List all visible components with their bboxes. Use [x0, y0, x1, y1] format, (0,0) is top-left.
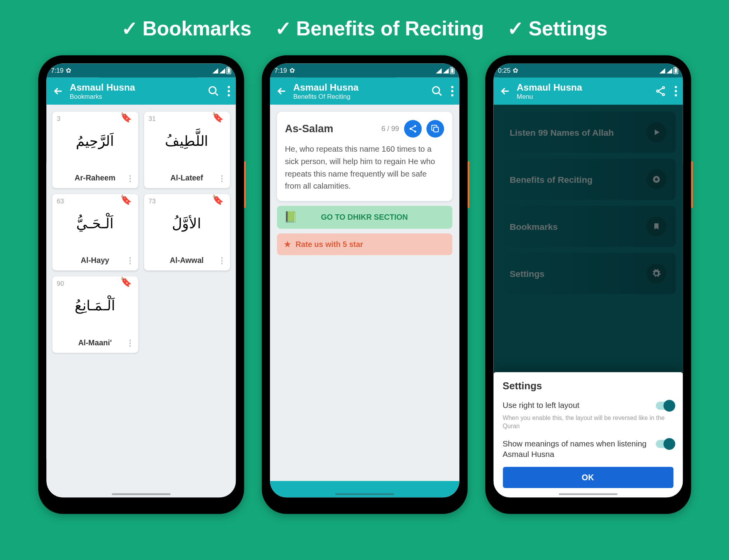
card-number: 90	[57, 280, 64, 287]
check-icon: ✓	[275, 16, 291, 40]
gear-icon: ✿	[513, 67, 518, 75]
app-title: Asmaul Husna	[70, 82, 202, 93]
svg-point-7	[451, 94, 453, 96]
svg-point-13	[662, 87, 664, 89]
card-name: Ar-Raheem	[75, 173, 116, 182]
signal-icon	[219, 68, 225, 74]
card-name: Al-Lateef	[170, 173, 203, 182]
phone-settings: 0:25✿ Asmaul HusnaMenu Listen 99 Names o…	[485, 55, 691, 514]
app-title: Asmaul Husna	[293, 82, 425, 93]
bookmark-card[interactable]: 73 🔖 الأوَّلُ Al-Awwal⋮	[144, 194, 230, 271]
back-button[interactable]	[275, 85, 287, 97]
bookmark-card[interactable]: 3 🔖 اَلرَّحِيمُ Ar-Raheem⋮	[52, 112, 138, 188]
bookmark-icon[interactable]: 🔖	[212, 194, 224, 205]
app-subtitle: Menu	[517, 93, 648, 100]
more-icon[interactable]: ⋮	[126, 177, 134, 179]
toggle-meanings[interactable]	[655, 439, 673, 448]
battery-icon	[673, 67, 678, 74]
status-time: 0:25	[498, 67, 510, 74]
bookmark-icon[interactable]: 🔖	[120, 112, 132, 123]
share-button[interactable]	[404, 120, 421, 137]
battery-icon	[450, 67, 454, 74]
svg-point-12	[656, 90, 658, 92]
feature-headline: ✓Bookmarks ✓Benefits of Reciting ✓Settin…	[0, 0, 729, 55]
svg-point-4	[432, 87, 439, 94]
share-icon[interactable]	[654, 85, 666, 97]
card-name: Al-Awwal	[170, 256, 204, 265]
card-name: Al-Hayy	[81, 256, 109, 265]
app-bar: Asmaul HusnaBenefits Of Reciting	[270, 78, 459, 105]
svg-point-6	[451, 90, 453, 92]
svg-point-15	[675, 86, 677, 88]
app-title: Asmaul Husna	[517, 82, 648, 93]
svg-point-16	[675, 90, 677, 92]
gear-icon: ✿	[66, 67, 71, 75]
bookmark-grid: 3 🔖 اَلرَّحِيمُ Ar-Raheem⋮ 31 🔖 اللَّطِي…	[46, 105, 236, 360]
search-icon[interactable]	[431, 85, 443, 97]
status-bar: 7:19✿	[270, 63, 459, 77]
copy-button[interactable]	[426, 120, 443, 137]
rate-button[interactable]: ★ Rate us with 5 star	[277, 233, 452, 255]
signal-icon	[666, 68, 672, 74]
bookmark-icon[interactable]: 🔖	[212, 112, 224, 123]
quran-icon: 📗	[284, 211, 297, 224]
benefit-name: As-Salam	[285, 122, 377, 135]
app-bar: Asmaul HusnaBookmarks	[46, 78, 236, 105]
settings-sheet: Settings Use right to left layout When y…	[493, 372, 683, 497]
status-bar: 0:25✿	[493, 63, 683, 77]
setting-rtl-hint: When you enable this, the layout will be…	[503, 413, 673, 430]
more-icon[interactable]: ⋮	[126, 341, 134, 344]
app-subtitle: Benefits Of Reciting	[293, 93, 425, 100]
wifi-icon	[436, 68, 442, 74]
back-button[interactable]	[499, 85, 511, 97]
benefit-counter: 6 / 99	[381, 125, 399, 133]
more-icon[interactable]: ⋮	[126, 259, 134, 261]
svg-point-14	[662, 94, 664, 96]
bookmark-card[interactable]: 31 🔖 اللَّطِيفُ Al-Lateef⋮	[144, 112, 230, 188]
search-icon[interactable]	[207, 85, 219, 97]
benefit-card: As-Salam 6 / 99 He, who repeats this nam…	[277, 112, 452, 201]
rate-label: Rate us with 5 star	[296, 240, 363, 248]
svg-point-2	[227, 90, 230, 92]
sheet-title: Settings	[503, 380, 673, 392]
phone-bookmarks: 7:19✿ Asmaul HusnaBookmarks 3 🔖 اَلرَّحِ…	[38, 55, 244, 514]
headline-benefits: Benefits of Reciting	[296, 17, 484, 40]
headline-settings: Settings	[529, 17, 608, 40]
overflow-icon[interactable]	[227, 86, 230, 96]
card-number: 73	[149, 198, 156, 205]
status-time: 7:19	[274, 67, 287, 74]
gear-icon: ✿	[289, 67, 295, 75]
benefit-text: He, who repeats this name 160 times to a…	[285, 144, 444, 193]
card-number: 63	[57, 198, 64, 205]
card-name: Al-Maani'	[78, 338, 112, 347]
overflow-icon[interactable]	[451, 86, 453, 96]
setting-meanings-label: Show meanings of names when listening As…	[503, 438, 650, 460]
wifi-icon	[659, 68, 665, 74]
more-icon[interactable]: ⋮	[218, 177, 226, 179]
battery-icon	[226, 67, 231, 74]
svg-point-0	[209, 87, 216, 94]
bookmark-card[interactable]: 90 🔖 اَلْـمَـانِعُ Al-Maani'⋮	[52, 276, 138, 353]
overflow-icon[interactable]	[675, 86, 677, 96]
more-icon[interactable]: ⋮	[218, 259, 226, 261]
back-button[interactable]	[52, 85, 64, 97]
wifi-icon	[212, 68, 218, 74]
bookmark-icon[interactable]: 🔖	[120, 276, 132, 288]
card-number: 31	[149, 115, 156, 122]
toggle-rtl[interactable]	[655, 402, 673, 410]
svg-point-5	[451, 86, 453, 88]
app-subtitle: Bookmarks	[70, 93, 202, 100]
svg-point-17	[675, 94, 677, 96]
status-time: 7:19	[51, 67, 63, 74]
setting-rtl-label: Use right to left layout	[503, 401, 579, 411]
headline-bookmarks: Bookmarks	[142, 17, 251, 40]
benefit-content: As-Salam 6 / 99 He, who repeats this nam…	[270, 105, 459, 497]
go-dhikr-button[interactable]: 📗 GO TO DHIKR SECTION	[277, 206, 452, 229]
svg-rect-11	[433, 127, 438, 132]
bookmark-icon[interactable]: 🔖	[120, 194, 132, 205]
bookmark-card[interactable]: 63 🔖 اَلْـحَـيُّ Al-Hayy⋮	[52, 194, 138, 271]
card-number: 3	[57, 115, 60, 122]
check-icon: ✓	[507, 16, 524, 40]
svg-point-3	[227, 94, 230, 96]
ok-button[interactable]: OK	[503, 467, 673, 488]
